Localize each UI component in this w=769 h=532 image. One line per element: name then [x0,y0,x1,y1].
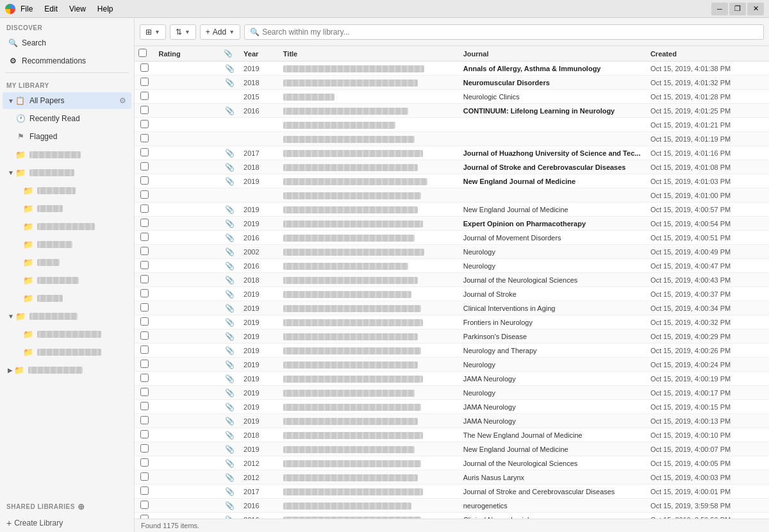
close-button[interactable]: ✕ [747,3,764,15]
row-checkbox[interactable] [140,190,149,199]
table-row[interactable]: 📎2016neurogeneticsOct 15, 2019, 3:59:58 … [135,499,769,513]
table-row[interactable]: 📎2018The New England Journal of Medicine… [135,428,769,442]
th-attach[interactable]: 📎 [220,46,240,62]
row-checkbox[interactable] [140,204,149,213]
row-checkbox[interactable] [140,345,149,354]
select-all-checkbox[interactable] [138,49,147,57]
row-checkbox[interactable] [140,176,149,185]
row-checkbox[interactable] [140,162,149,170]
row-checkbox[interactable] [140,78,149,86]
th-check[interactable] [135,46,154,62]
table-row[interactable]: 2015Neurologic ClinicsOct 15, 2019, 4:01… [135,90,769,104]
table-row[interactable]: 📎2019Expert Opinion on PharmacotherapyOc… [135,217,769,231]
sidebar-item-group2[interactable]: ▼ 📁 [3,308,131,324]
sidebar-item-sub9[interactable]: 📁 [3,344,131,360]
table-row[interactable]: 📎2016Journal of Movement DisordersOct 15… [135,231,769,245]
table-row[interactable]: 📎2018Journal of the Neurological Science… [135,273,769,287]
table-row[interactable]: 📎2019JAMA NeurologyOct 15, 2019, 4:00:15… [135,400,769,414]
view-button[interactable]: ⊞ ▼ [140,24,166,40]
sidebar-item-group1[interactable]: ▼ 📁 [3,164,131,181]
row-checkbox[interactable] [140,501,149,509]
th-rating[interactable]: Rating [154,46,219,62]
sidebar-item-sub8[interactable]: 📁 [3,326,131,342]
sidebar-item-recently-read[interactable]: 🕐 Recently Read [3,110,131,127]
table-row[interactable]: 📎2018Neuromuscular DisordersOct 15, 2019… [135,76,769,90]
row-checkbox[interactable] [140,331,149,340]
table-row[interactable]: 📎2017Journal of Stroke and Cerebrovascul… [135,485,769,499]
row-checkbox[interactable] [140,458,149,467]
th-journal[interactable]: Journal [459,46,647,62]
menu-view[interactable]: View [64,3,91,15]
row-checkbox[interactable] [140,219,149,227]
sidebar-item-sub3[interactable]: 📁 [3,218,131,235]
row-checkbox[interactable] [140,289,149,297]
gear-icon[interactable]: ⚙ [119,96,126,105]
sidebar-item-sub6[interactable]: 📁 [3,272,131,288]
row-checkbox[interactable] [140,275,149,283]
search-input[interactable] [262,28,758,37]
table-row[interactable]: 📎2019New England Journal of MedicineOct … [135,442,769,456]
sidebar-item-sub4[interactable]: 📁 [3,236,131,253]
row-checkbox[interactable] [140,261,149,269]
add-button[interactable]: + Add ▼ [200,24,240,40]
row-checkbox[interactable] [140,148,149,156]
add-shared-library-icon[interactable]: ⊕ [78,502,85,511]
table-row[interactable]: 📎2016Clinical NeurophysiologyOct 15, 201… [135,513,769,519]
row-checkbox[interactable] [140,303,149,312]
row-checkbox[interactable] [140,472,149,481]
th-year[interactable]: Year [240,46,279,62]
row-checkbox[interactable] [140,430,149,438]
table-row[interactable]: 📎2019JAMA NeurologyOct 15, 2019, 4:00:13… [135,414,769,428]
table-row[interactable]: 📎2017Journal of Huazhong University of S… [135,146,769,160]
row-checkbox[interactable] [140,444,149,453]
sidebar-item-sub7[interactable]: 📁 [3,290,131,306]
sidebar-item-sub5[interactable]: 📁 [3,254,131,270]
row-checkbox[interactable] [140,106,149,114]
table-row[interactable]: 📎2012Auris Nasus LarynxOct 15, 2019, 4:0… [135,470,769,485]
sidebar-item-search[interactable]: 🔍 Search [3,35,131,51]
minimize-button[interactable]: ─ [711,3,728,15]
row-checkbox[interactable] [140,388,149,396]
table-row[interactable]: 📎2019New England Journal of MedicineOct … [135,203,769,217]
row-checkbox[interactable] [140,486,149,495]
row-checkbox[interactable] [140,374,149,382]
table-row[interactable]: 📎2016NeurologyOct 15, 2019, 4:00:47 PM [135,259,769,273]
sidebar-item-sub1[interactable]: 📁 [3,182,131,199]
table-row[interactable]: 📎2019NeurologyOct 15, 2019, 4:00:24 PM [135,358,769,372]
table-row[interactable]: 📎2018Journal of Stroke and Cerebrovascul… [135,160,769,174]
th-title[interactable]: Title [279,46,459,62]
row-checkbox[interactable] [140,360,149,368]
sort-button[interactable]: ⇅ ▼ [170,24,196,40]
table-row[interactable]: 📎2016CONTINUUM: Lifelong Learning in Neu… [135,104,769,118]
menu-edit[interactable]: Edit [39,3,63,15]
table-row[interactable]: 📎2019Annals of Allergy, Asthma & Immunol… [135,62,769,76]
table-row[interactable]: Oct 15, 2019, 4:01:21 PM [135,118,769,132]
row-checkbox[interactable] [140,120,149,128]
th-created[interactable]: Created [647,46,769,62]
create-library-button[interactable]: + Create Library [0,514,134,532]
row-checkbox[interactable] [140,63,149,72]
table-row[interactable]: 📎2019Neurology and TherapyOct 15, 2019, … [135,344,769,358]
row-checkbox[interactable] [140,416,149,424]
sidebar-item-flagged[interactable]: ⚑ Flagged [3,128,131,145]
table-row[interactable]: 📎2019Journal of StrokeOct 15, 2019, 4:00… [135,287,769,301]
row-checkbox[interactable] [140,317,149,326]
sidebar-item-recommendations[interactable]: ⚙ Recommendations [3,53,131,69]
table-row[interactable]: 📎2019Frontiers in NeurologyOct 15, 2019,… [135,315,769,329]
maximize-button[interactable]: ❐ [729,3,746,15]
table-row[interactable]: 📎2019New England Journal of MedicineOct … [135,174,769,188]
sidebar-item-sub2[interactable]: 📁 [3,200,131,217]
row-checkbox[interactable] [140,134,149,142]
sidebar-item-group3[interactable]: ▶ 📁 [3,362,131,378]
row-checkbox[interactable] [140,402,149,410]
table-row[interactable]: Oct 15, 2019, 4:01:19 PM [135,132,769,146]
table-row[interactable]: 📎2012Journal of the Neurological Science… [135,456,769,470]
table-row[interactable]: 📎2019JAMA NeurologyOct 15, 2019, 4:00:19… [135,372,769,386]
table-row[interactable]: 📎2019Parkinson's DiseaseOct 15, 2019, 4:… [135,329,769,344]
row-checkbox[interactable] [140,233,149,241]
search-box[interactable]: 🔍 [244,24,764,40]
table-row[interactable]: 📎2019Clinical Interventions in AgingOct … [135,301,769,315]
table-row[interactable]: 📎2002NeurologyOct 15, 2019, 4:00:49 PM [135,245,769,259]
sidebar-item-all-papers[interactable]: ▼ 📋 All Papers ⚙ [3,92,131,109]
row-checkbox[interactable] [140,92,149,100]
